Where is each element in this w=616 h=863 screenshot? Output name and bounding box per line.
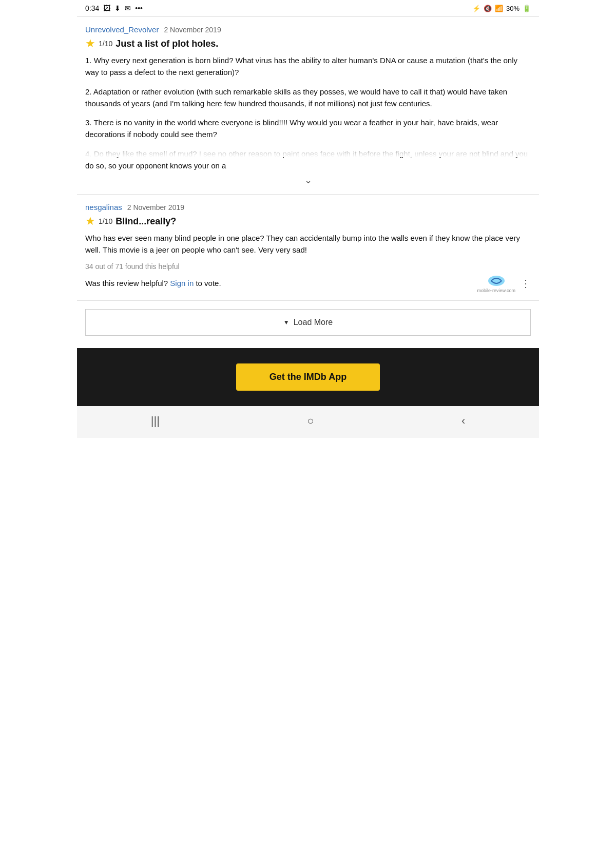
watermark: mobile-review.com bbox=[477, 274, 515, 293]
download-icon: ⬇ bbox=[114, 4, 121, 12]
review-card-2: nesgalinas 2 November 2019 ★ 1/10 Blind.… bbox=[77, 195, 539, 256]
mute-icon: 🔇 bbox=[484, 5, 492, 12]
photo-icon: 🖼 bbox=[103, 4, 110, 12]
bluetooth-icon: ⚡ bbox=[472, 5, 480, 12]
load-more-button[interactable]: ▼ Load More bbox=[85, 309, 531, 336]
helpful-text: Was this review helpful? Sign in to vote… bbox=[85, 279, 221, 287]
review-1-para-1: 1. Why every next generation is born bli… bbox=[85, 54, 531, 79]
helpful-prompt: Was this review helpful? bbox=[85, 279, 168, 287]
helpful-actions: mobile-review.com ⋮ bbox=[477, 274, 531, 293]
more-options-icon[interactable]: ⋮ bbox=[521, 277, 531, 290]
status-right: ⚡ 🔇 📶 30% 🔋 bbox=[472, 5, 531, 12]
svg-point-0 bbox=[488, 276, 505, 286]
sign-in-link[interactable]: Sign in bbox=[170, 279, 194, 287]
review-card-1: Unrevolved_Revolver 2 November 2019 ★ 1/… bbox=[77, 17, 539, 194]
review-2-rating: 1/10 bbox=[99, 217, 112, 225]
review-1-body-container: 1. Why every next generation is born bli… bbox=[85, 54, 531, 171]
more-icon: ••• bbox=[135, 4, 143, 12]
review-2-date: 2 November 2019 bbox=[127, 203, 184, 212]
footer-bar: Get the IMDb App bbox=[77, 348, 539, 406]
review-1-date: 2 November 2019 bbox=[164, 26, 221, 34]
review-1-star-icon: ★ bbox=[85, 38, 95, 49]
status-left: 0:34 🖼 ⬇ ✉ ••• bbox=[85, 4, 143, 12]
review-1-header: Unrevolved_Revolver 2 November 2019 bbox=[85, 25, 531, 34]
helpful-row: Was this review helpful? Sign in to vote… bbox=[85, 274, 531, 293]
battery-text: 30% bbox=[506, 5, 519, 12]
watermark-text: mobile-review.com bbox=[477, 288, 515, 293]
review-1-para-2: 2. Adaptation or rather evolution (with … bbox=[85, 86, 531, 110]
review-1-rating: 1/10 bbox=[99, 40, 112, 48]
load-more-label: Load More bbox=[294, 318, 333, 327]
battery-icon: 🔋 bbox=[523, 5, 531, 12]
helpful-count: 34 out of 71 found this helpful bbox=[85, 262, 531, 271]
review-2-body: Who has ever seen many blind people in o… bbox=[85, 232, 531, 256]
status-bar: 0:34 🖼 ⬇ ✉ ••• ⚡ 🔇 📶 30% 🔋 bbox=[77, 0, 539, 16]
review-1-fade bbox=[85, 137, 531, 157]
review-1-expand-button[interactable]: ⌄ bbox=[85, 171, 531, 194]
review-2-title: Blind...really? bbox=[116, 216, 176, 227]
review-2-header: nesgalinas 2 November 2019 bbox=[85, 203, 531, 212]
review-1-username[interactable]: Unrevolved_Revolver bbox=[85, 25, 159, 34]
review-1-rating-row: ★ 1/10 Just a list of plot holes. bbox=[85, 38, 531, 49]
watermark-logo-icon bbox=[487, 274, 506, 288]
load-more-arrow-icon: ▼ bbox=[283, 319, 290, 326]
vote-text: to vote. bbox=[196, 279, 221, 287]
nav-bar: ||| ○ ‹ bbox=[77, 406, 539, 438]
review-2-username[interactable]: nesgalinas bbox=[85, 203, 122, 212]
load-more-container: ▼ Load More bbox=[77, 301, 539, 344]
review-2-text: Who has ever seen many blind people in o… bbox=[85, 232, 531, 256]
imdb-app-button[interactable]: Get the IMDb App bbox=[236, 363, 380, 391]
review-2-rating-row: ★ 1/10 Blind...really? bbox=[85, 216, 531, 227]
nav-menu-icon[interactable]: ||| bbox=[151, 414, 160, 428]
wifi-icon: 📶 bbox=[495, 5, 503, 12]
nav-back-icon[interactable]: ‹ bbox=[461, 414, 465, 428]
mail-icon: ✉ bbox=[125, 4, 131, 12]
nav-home-icon[interactable]: ○ bbox=[307, 414, 314, 428]
review-2-footer: 34 out of 71 found this helpful Was this… bbox=[77, 256, 539, 300]
status-time: 0:34 bbox=[85, 4, 99, 12]
review-1-title: Just a list of plot holes. bbox=[116, 39, 218, 49]
review-2-star-icon: ★ bbox=[85, 216, 95, 227]
